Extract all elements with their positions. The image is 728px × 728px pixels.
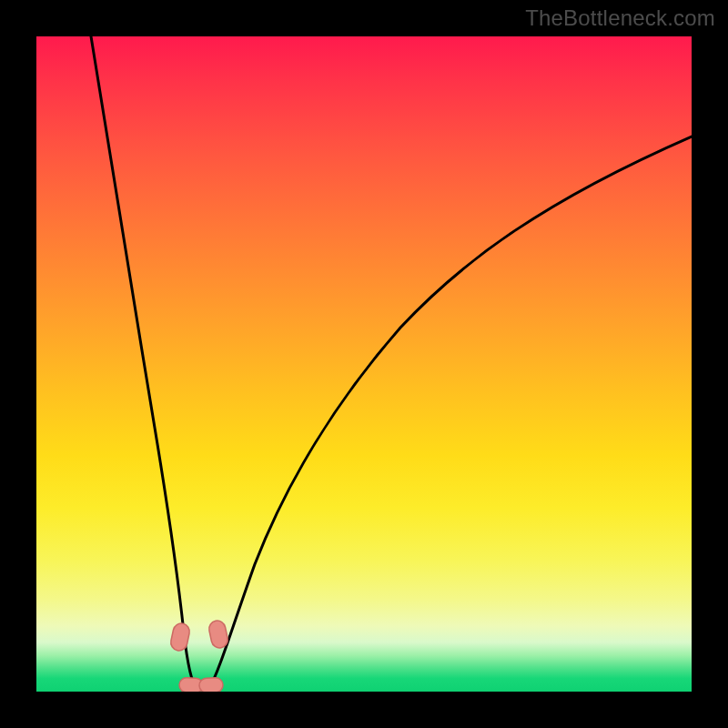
curve-right-branch	[209, 136, 692, 688]
curve-layer	[36, 36, 692, 692]
chart-frame: TheBottleneck.com	[0, 0, 728, 728]
plot-area	[36, 36, 692, 692]
marker-trough-right	[199, 678, 224, 692]
curve-left-branch	[91, 36, 197, 688]
watermark-text: TheBottleneck.com	[525, 5, 715, 31]
markers	[169, 619, 229, 692]
marker-right-knee	[207, 619, 229, 649]
marker-left-knee	[169, 622, 191, 652]
